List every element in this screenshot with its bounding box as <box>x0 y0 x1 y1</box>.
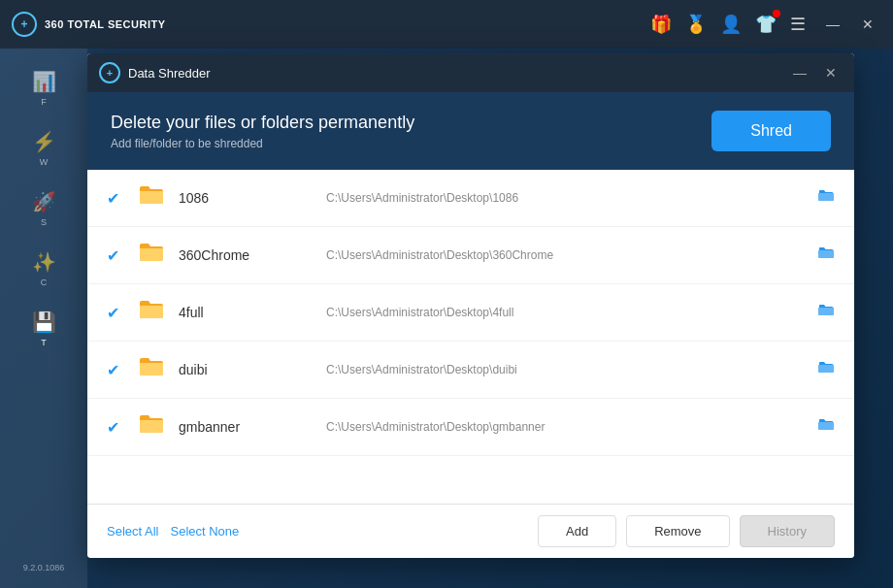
user-icon[interactable]: 👤 <box>720 14 742 35</box>
data-shredder-dialog: + Data Shredder — ✕ Delete your files or… <box>87 53 854 558</box>
folder-icon-360chrome <box>138 241 167 270</box>
menu-icon[interactable]: ☰ <box>790 14 806 35</box>
notification-badge <box>773 10 780 17</box>
file-path-360chrome: C:\Users\Administrator\Desktop\360Chrome <box>326 248 806 262</box>
scan-icon: 🚀 <box>32 190 56 213</box>
close-button[interactable]: ✕ <box>854 11 881 38</box>
file-item: ✔ 4full C:\Users\Administrator\Desktop\4… <box>87 284 854 342</box>
file-open-button-4full[interactable] <box>817 302 835 324</box>
dialog-titlebar: + Data Shredder — ✕ <box>87 53 854 92</box>
file-checkbox-duibi[interactable]: ✔ <box>107 361 126 379</box>
sidebar-label-s: S <box>41 217 47 227</box>
sidebar-label-c: C <box>41 278 48 287</box>
file-list: ✔ 1086 C:\Users\Administrator\Desktop\10… <box>87 170 854 456</box>
file-item: ✔ 1086 C:\Users\Administrator\Desktop\10… <box>87 170 854 227</box>
sidebar-item-scan[interactable]: 🚀 S <box>0 179 87 239</box>
file-name-4full: 4full <box>179 305 314 320</box>
file-checkbox-360chrome[interactable]: ✔ <box>107 246 126 265</box>
file-name-360chrome: 360Chrome <box>179 247 314 263</box>
sidebar: 📊 F ⚡ W 🚀 S ✨ C 💾 T 9.2.0.1086 <box>0 49 87 588</box>
file-open-button-duibi[interactable] <box>817 359 835 381</box>
titlebar-icons: 🎁 🏅 👤 👕 ☰ <box>650 14 806 35</box>
sidebar-bottom: 9.2.0.1086 <box>0 547 87 588</box>
shred-button[interactable]: Shred <box>711 111 831 151</box>
file-path-1086: C:\Users\Administrator\Desktop\1086 <box>326 191 806 205</box>
file-path-4full: C:\Users\Administrator\Desktop\4full <box>326 306 806 319</box>
sidebar-item-clean[interactable]: ✨ C <box>0 239 87 299</box>
file-path-duibi: C:\Users\Administrator\Desktop\duibi <box>326 363 806 376</box>
file-name-duibi: duibi <box>179 362 314 377</box>
file-path-gmbanner: C:\Users\Administrator\Desktop\gmbanner <box>326 420 806 434</box>
file-open-button-360chrome[interactable] <box>817 245 835 267</box>
file-name-1086: 1086 <box>179 190 314 206</box>
select-all-button[interactable]: Select All <box>107 524 158 539</box>
folder-icon-4full <box>138 298 167 327</box>
version-text: 9.2.0.1086 <box>0 557 87 578</box>
shirt-icon[interactable]: 👕 <box>755 14 777 35</box>
folder-icon-1086 <box>138 183 167 212</box>
folder-icon-gmbanner <box>138 412 167 441</box>
file-item: ✔ gmbanner C:\Users\Administrator\Deskto… <box>87 399 854 456</box>
file-checkbox-1086[interactable]: ✔ <box>107 189 126 208</box>
dialog-header-subtitle: Add file/folder to be shredded <box>111 137 414 150</box>
dialog-close-button[interactable]: ✕ <box>819 61 843 84</box>
clean-icon: ✨ <box>32 250 56 274</box>
file-item: ✔ duibi C:\Users\Administrator\Desktop\d… <box>87 342 854 399</box>
dialog-content: ✔ 1086 C:\Users\Administrator\Desktop\10… <box>87 170 854 504</box>
add-button[interactable]: Add <box>538 515 616 547</box>
remove-button[interactable]: Remove <box>626 515 729 547</box>
dialog-minimize-button[interactable]: — <box>788 61 811 84</box>
folder-icon-duibi <box>138 355 167 384</box>
file-checkbox-4full[interactable]: ✔ <box>107 304 126 322</box>
window-controls: — ✕ <box>819 11 881 38</box>
file-open-button-gmbanner[interactable] <box>817 416 835 439</box>
sidebar-item-toolbox[interactable]: 💾 T <box>0 299 87 359</box>
medal-icon[interactable]: 🏅 <box>685 14 707 35</box>
dialog-header-title: Delete your files or folders permanently <box>111 113 414 133</box>
dialog-header-text: Delete your files or folders permanently… <box>111 113 414 150</box>
file-item: ✔ 360Chrome C:\Users\Administrator\Deskt… <box>87 227 854 284</box>
dialog-header: Delete your files or folders permanently… <box>87 92 854 170</box>
dialog-logo-icon: + <box>99 62 120 83</box>
gift-icon[interactable]: 🎁 <box>650 14 672 35</box>
app-titlebar: + 360 TOTAL SECURITY 🎁 🏅 👤 👕 ☰ — ✕ <box>0 0 893 49</box>
logo-icon: + <box>12 12 37 37</box>
sidebar-item-performance[interactable]: 📊 F <box>0 58 87 118</box>
history-button[interactable]: History <box>740 515 835 547</box>
footer-right: Add Remove History <box>538 515 835 547</box>
app-logo: + 360 TOTAL SECURITY <box>12 12 650 37</box>
dialog-footer: Select All Select None Add Remove Histor… <box>87 504 854 558</box>
sidebar-label-t: T <box>41 338 47 347</box>
toolbox-icon: 💾 <box>32 310 56 334</box>
footer-left: Select All Select None <box>107 524 522 539</box>
app-name: 360 TOTAL SECURITY <box>45 18 166 30</box>
select-none-button[interactable]: Select None <box>170 524 239 539</box>
sidebar-item-wifi[interactable]: ⚡ W <box>0 118 87 179</box>
minimize-button[interactable]: — <box>819 11 846 38</box>
file-open-button-1086[interactable] <box>817 187 835 210</box>
file-checkbox-gmbanner[interactable]: ✔ <box>107 418 126 437</box>
dialog-title: Data Shredder <box>128 66 780 81</box>
wifi-icon: ⚡ <box>32 130 56 153</box>
sidebar-label-f: F <box>41 97 47 107</box>
sidebar-label-w: W <box>40 157 49 167</box>
file-name-gmbanner: gmbanner <box>179 419 314 435</box>
performance-icon: 📊 <box>32 70 56 93</box>
